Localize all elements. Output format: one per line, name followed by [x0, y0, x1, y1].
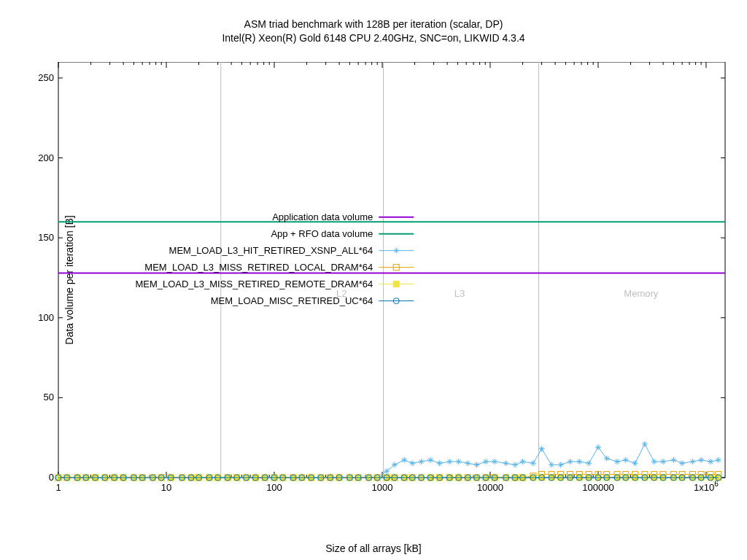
x-tick-label: 1000: [372, 482, 393, 493]
x-tick-label: 10000: [477, 482, 503, 493]
y-tick-label: 100: [38, 312, 54, 323]
chart-title: ASM triad benchmark with 128B per iterat…: [0, 18, 747, 31]
chart-subtitle: Intel(R) Xeon(R) Gold 6148 CPU 2.40GHz, …: [0, 31, 747, 45]
legend-label: Application data volume: [272, 211, 373, 222]
legend-label: App + RFO data volume: [271, 228, 373, 239]
x-axis-label: Size of all arrays [kB]: [0, 542, 747, 554]
legend-label: MEM_LOAD_L3_MISS_RETIRED_LOCAL_DRAM*64: [144, 262, 373, 273]
legend-label: MEM_LOAD_MISC_RETIRED_UC*64: [211, 295, 374, 306]
y-tick-label: 0: [49, 472, 54, 483]
legend-label: MEM_LOAD_L3_MISS_RETIRED_REMOTE_DRAM*64: [135, 279, 373, 289]
series-line: [55, 475, 721, 481]
x-tick-label: 10: [161, 482, 171, 493]
chart-plot-area: 0501001502002501101001000100001000001x10…: [38, 62, 731, 507]
svg-rect-636: [393, 281, 399, 287]
region-label: L3: [454, 288, 465, 299]
chart-svg: 0501001502002501101001000100001000001x10…: [38, 62, 731, 507]
region-label: Memory: [624, 288, 658, 299]
legend-label: MEM_LOAD_L3_HIT_RETIRED_XSNP_ALL*64: [169, 245, 374, 256]
x-tick-label: 100: [266, 482, 282, 493]
x-tick-label: 1: [55, 482, 61, 493]
y-tick-label: 150: [38, 232, 54, 243]
x-tick-label: 1x106: [694, 480, 719, 493]
x-tick-label: 100000: [582, 482, 614, 493]
chart-legend: Application data volumeApp + RFO data vo…: [135, 211, 414, 306]
y-tick-label: 250: [38, 72, 54, 83]
y-tick-label: 200: [38, 152, 54, 163]
chart-title-block: ASM triad benchmark with 128B per iterat…: [0, 18, 747, 45]
y-tick-label: 50: [44, 392, 54, 402]
